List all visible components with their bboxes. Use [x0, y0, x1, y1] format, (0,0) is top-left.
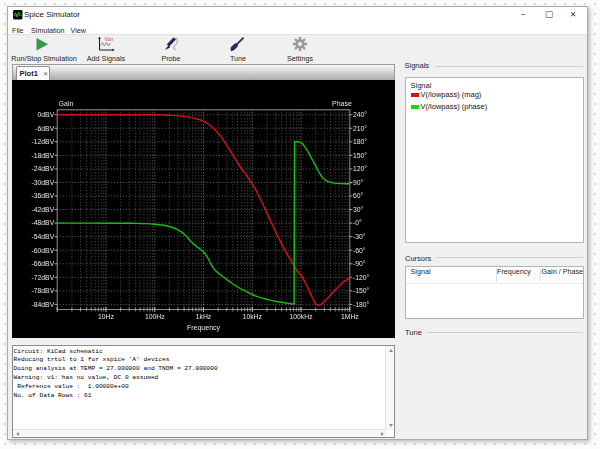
svg-text:210°: 210° [353, 125, 367, 132]
toolbar-label: Probe [154, 54, 188, 63]
plot-tab-strip: Plot1 × [12, 64, 395, 80]
cursors-header: Cursors [405, 254, 431, 263]
cursors-list[interactable]: Signal Frequency Gain / Phase [405, 266, 585, 319]
svg-text:Phase: Phase [332, 100, 352, 107]
svg-text:-30dBV: -30dBV [32, 179, 55, 186]
tune-header: Tune [405, 328, 422, 337]
desktop-background: Spice Simulator – ▢ ✕ File Simulation Vi… [0, 0, 600, 449]
scroll-right-icon[interactable] [381, 432, 384, 436]
spice-simulator-window: Spice Simulator – ▢ ✕ File Simulation Vi… [7, 6, 588, 440]
window-title: Spice Simulator [24, 9, 80, 21]
svg-text:-12dBV: -12dBV [32, 138, 55, 145]
console-text: Circuit: KiCad schematic Reducing trtol … [14, 348, 218, 401]
plot-axis-labels: GainPhaseFrequency0dBV-6dBV-12dBV-18dBV-… [32, 100, 370, 332]
console-horizontal-scrollbar[interactable] [13, 429, 387, 437]
screwdriver-icon [229, 36, 247, 52]
toolbar-label: Run/Stop Simulation [11, 54, 77, 63]
svg-text:-48dBV: -48dBV [32, 219, 55, 226]
svg-text:100kHz: 100kHz [290, 313, 314, 320]
tune-header-line [427, 332, 583, 333]
menu-bar: File Simulation View [8, 23, 587, 35]
app-icon [13, 10, 23, 20]
column-separator [496, 268, 497, 282]
probe-icon [162, 36, 180, 52]
tab-plot1[interactable]: Plot1 × [16, 66, 50, 81]
scroll-up-icon[interactable] [389, 349, 393, 352]
chart-icon: Von [96, 36, 116, 52]
svg-text:Von: Von [105, 36, 114, 42]
svg-text:-0°: -0° [353, 219, 362, 226]
svg-text:-18dBV: -18dBV [32, 152, 55, 159]
tab-label: Plot1 [20, 69, 38, 78]
cursors-column-signal: Signal [411, 267, 431, 276]
simulation-console[interactable]: Circuit: KiCad schematic Reducing trtol … [12, 345, 395, 438]
signals-list[interactable]: Signal V(/lowpass) (mag) V(/lowpass) (ph… [405, 77, 585, 244]
svg-text:-150°: -150° [353, 287, 370, 294]
maximize-button[interactable]: ▢ [537, 7, 561, 23]
plot-panel[interactable]: GainPhaseFrequency0dBV-6dBV-12dBV-18dBV-… [12, 80, 395, 338]
svg-text:120°: 120° [353, 165, 367, 172]
svg-text:-120°: -120° [353, 274, 370, 281]
title-bar: Spice Simulator – ▢ ✕ [8, 7, 587, 23]
svg-text:1kHz: 1kHz [196, 313, 212, 320]
toolbar-label: Add Signals [86, 54, 126, 63]
svg-text:Gain: Gain [59, 100, 74, 107]
signals-header-line [435, 66, 583, 67]
svg-text:-180°: -180° [353, 301, 370, 308]
svg-text:180°: 180° [353, 138, 367, 145]
svg-text:Frequency: Frequency [187, 324, 221, 332]
run-stop-simulation-button[interactable]: Run/Stop Simulation [11, 36, 77, 62]
svg-text:-6dBV: -6dBV [35, 125, 54, 132]
svg-text:-24dBV: -24dBV [32, 165, 55, 172]
svg-text:-36dBV: -36dBV [32, 192, 55, 199]
gear-icon [292, 36, 308, 52]
svg-text:150°: 150° [353, 152, 367, 159]
close-button[interactable]: ✕ [561, 7, 585, 23]
tune-button[interactable]: Tune [221, 36, 255, 62]
svg-text:-66dBV: -66dBV [32, 260, 55, 267]
console-vertical-scrollbar[interactable] [385, 346, 394, 430]
cursors-header-line [437, 257, 583, 258]
svg-text:-72dBV: -72dBV [32, 274, 55, 281]
add-signals-button[interactable]: Von Add Signals [86, 36, 126, 62]
side-panel: Signals Signal V(/lowpass) (mag) V(/lowp… [399, 64, 585, 441]
svg-text:10Hz: 10Hz [98, 313, 114, 320]
signal-label: V(/lowpass) (mag) [421, 90, 482, 99]
cursors-header-underline [406, 283, 584, 284]
signals-header: Signals [405, 61, 430, 70]
svg-text:-60°: -60° [353, 247, 366, 254]
svg-text:10kHz: 10kHz [243, 313, 263, 320]
cursors-column-frequency: Frequency [497, 267, 531, 276]
toolbar-label: Settings [284, 54, 316, 63]
svg-text:-30°: -30° [353, 233, 366, 240]
probe-button[interactable]: Probe [154, 36, 188, 62]
svg-text:-60dBV: -60dBV [32, 247, 55, 254]
play-icon [36, 36, 52, 52]
toolbar: Run/Stop Simulation Von Add Signals [8, 35, 587, 64]
plot-grid [57, 110, 350, 310]
signal-color-swatch [411, 105, 419, 109]
svg-text:0dBV: 0dBV [38, 111, 55, 118]
svg-text:240°: 240° [353, 111, 367, 118]
svg-text:-84dBV: -84dBV [32, 301, 55, 308]
svg-text:90°: 90° [353, 179, 364, 186]
column-separator [540, 268, 541, 282]
svg-text:30°: 30° [353, 206, 364, 213]
toolbar-label: Tune [221, 54, 255, 63]
svg-text:100Hz: 100Hz [145, 313, 165, 320]
minimize-button[interactable]: – [511, 7, 535, 23]
cursors-column-gain-phase: Gain / Phase [542, 267, 584, 276]
svg-text:-78dBV: -78dBV [32, 287, 55, 294]
settings-button[interactable]: Settings [284, 36, 316, 62]
bode-plot: GainPhaseFrequency0dBV-6dBV-12dBV-18dBV-… [12, 80, 395, 338]
signal-color-swatch [411, 93, 419, 97]
svg-text:-54dBV: -54dBV [32, 233, 55, 240]
scroll-left-icon[interactable] [16, 432, 19, 436]
svg-text:60°: 60° [353, 192, 364, 199]
scroll-down-icon[interactable] [389, 424, 393, 427]
signal-label: V(/lowpass) (phase) [421, 102, 488, 111]
signals-list-column-signal: Signal [411, 81, 432, 90]
svg-text:1MHz: 1MHz [341, 313, 359, 320]
tab-close-icon[interactable]: × [43, 69, 48, 79]
svg-text:-42dBV: -42dBV [32, 206, 55, 213]
